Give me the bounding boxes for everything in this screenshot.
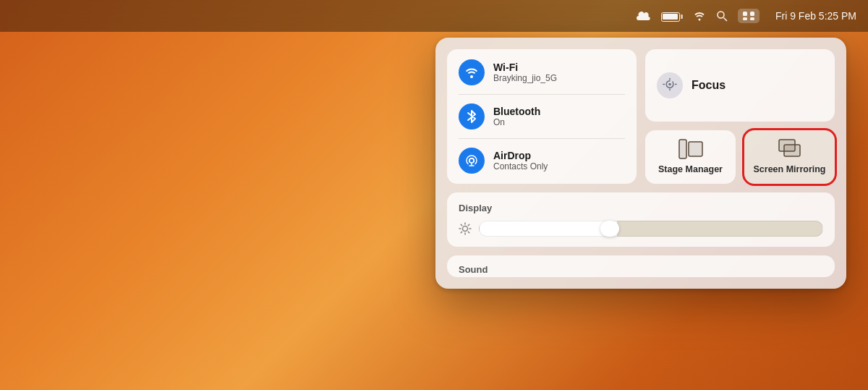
- network-tile: Wi-Fi Brayking_jio_5G Bluetooth On: [447, 49, 637, 184]
- wifi-item[interactable]: Wi-Fi Brayking_jio_5G: [459, 59, 625, 85]
- sound-section: Sound: [447, 255, 835, 277]
- display-section: Display: [447, 192, 835, 247]
- bluetooth-text: Bluetooth On: [493, 106, 540, 127]
- bluetooth-subtitle: On: [493, 117, 540, 127]
- focus-label: Focus: [692, 79, 726, 92]
- svg-rect-3: [750, 12, 754, 16]
- svg-rect-4: [743, 17, 747, 20]
- battery-icon[interactable]: [661, 9, 683, 22]
- screen-mirroring-label: Screen Mirroring: [753, 164, 825, 175]
- stage-manager-icon: [678, 139, 703, 159]
- svg-point-12: [463, 226, 468, 232]
- cc-right-column: Focus Stage Manager: [645, 49, 835, 184]
- cc-top-section: Wi-Fi Brayking_jio_5G Bluetooth On: [447, 49, 835, 184]
- menubar: Fri 9 Feb 5:25 PM: [0, 0, 868, 32]
- svg-line-19: [468, 224, 469, 225]
- svg-line-1: [723, 18, 727, 22]
- control-center-menubar-icon[interactable]: [738, 9, 760, 23]
- wifi-text: Wi-Fi Brayking_jio_5G: [493, 62, 557, 83]
- search-menubar-icon[interactable]: [716, 10, 728, 22]
- wifi-label: Wi-Fi: [493, 62, 557, 73]
- airdrop-label: AirDrop: [493, 150, 548, 161]
- wifi-circle-icon: [459, 59, 485, 85]
- airdrop-subtitle: Contacts Only: [493, 161, 548, 171]
- display-label: Display: [459, 203, 823, 213]
- svg-rect-11: [784, 145, 800, 156]
- menubar-icons: Fri 9 Feb 5:25 PM: [637, 9, 856, 23]
- focus-tile[interactable]: Focus: [645, 49, 835, 122]
- cc-bottom-tiles: Stage Manager Screen Mirroring: [645, 130, 835, 184]
- svg-rect-5: [750, 17, 754, 20]
- svg-line-20: [461, 232, 461, 232]
- airdrop-text: AirDrop Contacts Only: [493, 150, 548, 171]
- divider-1: [459, 94, 625, 95]
- divider-2: [459, 138, 625, 139]
- wifi-menubar-icon[interactable]: [693, 11, 706, 21]
- sound-label: Sound: [459, 264, 488, 275]
- screen-mirroring-icon: [778, 139, 801, 159]
- brightness-thumb[interactable]: [600, 221, 619, 237]
- brightness-icon: [459, 222, 472, 235]
- datetime[interactable]: Fri 9 Feb 5:25 PM: [775, 10, 856, 22]
- bluetooth-label: Bluetooth: [493, 106, 540, 117]
- svg-point-0: [718, 12, 724, 18]
- svg-line-18: [468, 232, 469, 232]
- svg-rect-9: [689, 142, 702, 156]
- focus-icon: [657, 72, 683, 98]
- svg-point-7: [668, 83, 671, 86]
- svg-point-6: [469, 158, 474, 163]
- airdrop-item[interactable]: AirDrop Contacts Only: [459, 148, 625, 174]
- airdrop-circle-icon: [459, 148, 485, 174]
- bluetooth-circle-icon: [459, 103, 485, 130]
- stage-manager-tile[interactable]: Stage Manager: [645, 130, 736, 184]
- control-center-panel: Wi-Fi Brayking_jio_5G Bluetooth On: [435, 38, 846, 289]
- bluetooth-item[interactable]: Bluetooth On: [459, 103, 625, 130]
- screen-mirroring-tile[interactable]: Screen Mirroring: [744, 130, 835, 184]
- svg-rect-8: [679, 140, 686, 158]
- brightness-row: [459, 221, 823, 237]
- svg-line-17: [461, 224, 461, 225]
- icloud-icon[interactable]: [637, 11, 651, 21]
- brightness-slider[interactable]: [479, 221, 823, 237]
- stage-manager-label: Stage Manager: [658, 164, 723, 175]
- svg-rect-2: [743, 12, 747, 16]
- wifi-subtitle: Brayking_jio_5G: [493, 73, 557, 83]
